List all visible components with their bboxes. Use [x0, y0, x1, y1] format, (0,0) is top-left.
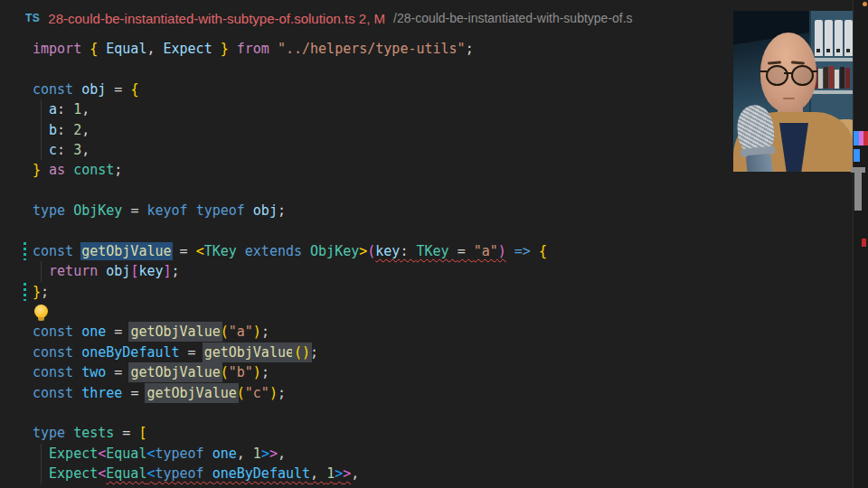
webcam-eyebrow	[768, 61, 781, 64]
code-token: (	[221, 364, 229, 380]
code-token: getObjValue	[204, 344, 294, 361]
tab-title[interactable]: 28-could-be-instantiated-with-subtype-of…	[48, 11, 385, 26]
code-token: 3	[73, 142, 81, 158]
code-line[interactable]: const getObjValue = <TKey extends ObjKey…	[0, 241, 853, 261]
code-token: 2	[73, 122, 81, 138]
webcam-binder	[844, 20, 853, 56]
modified-line-indicator	[24, 283, 26, 301]
code-token: >	[269, 446, 278, 462]
code-token: ;	[261, 364, 269, 380]
code-line[interactable]: return obj[key];	[0, 261, 853, 281]
code-token: obj	[106, 263, 130, 279]
code-line[interactable]: } as const;	[0, 160, 853, 180]
code-line[interactable]: Expect<Equal<typeof one, 1>>,	[0, 444, 853, 464]
scrollbar-track[interactable]	[853, 0, 868, 488]
code-token: )	[253, 364, 261, 380]
indent-guide	[41, 99, 42, 119]
code-line[interactable]	[0, 221, 853, 241]
code-token: =	[188, 344, 204, 361]
code-token: 1	[73, 101, 81, 117]
code-token: const	[33, 324, 81, 340]
code-line[interactable]: type tests = [	[0, 423, 853, 443]
code-line[interactable]: const obj = {	[0, 80, 853, 99]
code-token: one	[81, 324, 114, 340]
editor-code-area[interactable]: import { Equal, Expect } from "../helper…	[0, 39, 853, 488]
code-token: const	[73, 162, 114, 178]
quick-fix-lightbulb-icon[interactable]	[34, 305, 48, 318]
code-token: Equal	[106, 446, 146, 462]
code-token: >	[343, 465, 351, 482]
breadcrumb[interactable]: /28-could-be-instantiated-with-subtype-o…	[393, 11, 633, 25]
code-token: as	[49, 162, 73, 178]
code-line[interactable]: Expect<Equal<typeof oneByDefault, 1>>,	[0, 464, 853, 483]
code-token: "a"	[474, 243, 498, 259]
code-line[interactable]: const oneByDefault = getObjValue();	[0, 343, 853, 362]
code-token: :	[57, 101, 73, 117]
scrollbar-thumb[interactable]	[854, 167, 862, 211]
code-token: oneByDefault	[81, 344, 187, 361]
microphone-body	[746, 154, 774, 172]
code-line[interactable]: b: 2,	[0, 120, 853, 140]
code-token: Equal	[106, 465, 146, 482]
code-token: >	[335, 465, 343, 482]
webcam-eyebrow	[791, 61, 805, 64]
code-token: typeof	[155, 465, 212, 482]
code-token: 1	[253, 446, 261, 462]
code-token: (	[221, 324, 229, 340]
code-token: ,	[146, 41, 163, 57]
code-token: (	[237, 385, 245, 401]
code-token: ;	[310, 344, 318, 361]
code-line[interactable]: a: 1,	[0, 99, 853, 119]
webcam-binder	[815, 20, 823, 56]
webcam-shelf-board	[811, 90, 853, 94]
code-token: =	[458, 243, 474, 259]
indent-guide	[41, 464, 42, 483]
code-line[interactable]	[0, 181, 853, 201]
code-token: "b"	[229, 364, 253, 380]
code-line[interactable]: };	[0, 282, 853, 302]
webcam-glasses-temple	[760, 70, 767, 72]
code-token: ObjKey	[310, 243, 359, 259]
webcam-glasses-temple	[811, 70, 817, 72]
code-token: typeof	[196, 202, 253, 219]
code-token: const	[33, 81, 81, 98]
code-token: ,	[81, 122, 90, 138]
code-token: =	[114, 324, 130, 340]
indent-guide	[41, 140, 42, 160]
webcam-binder	[825, 20, 833, 56]
code-token: ;	[41, 284, 49, 300]
code-line[interactable]	[0, 302, 853, 322]
code-line[interactable]: const two = getObjValue("b");	[0, 362, 853, 382]
code-token: )	[498, 243, 506, 259]
code-token: const	[33, 364, 81, 380]
indent-guide	[41, 261, 42, 281]
code-token: <	[196, 243, 204, 259]
indent-guide	[41, 444, 42, 464]
code-token: getObjValue	[130, 324, 220, 340]
webcam-glasses-bridge	[784, 72, 792, 74]
code-token: ObjKey	[73, 202, 130, 219]
code-token: typeof	[155, 446, 212, 462]
code-token: "../helpers/type-utils"	[278, 41, 466, 57]
code-token: <	[98, 465, 106, 482]
code-token: ;	[466, 41, 474, 57]
code-token: =>	[514, 243, 539, 259]
code-token: getObjValue	[130, 364, 220, 380]
code-token: obj	[81, 81, 114, 98]
code-line[interactable]: const three = getObjValue("c");	[0, 383, 853, 403]
code-line[interactable]: c: 3,	[0, 140, 853, 160]
code-line[interactable]: const one = getObjValue("a");	[0, 322, 853, 342]
webcam-mouth	[783, 98, 795, 99]
webcam-overlay	[733, 11, 853, 172]
code-line[interactable]: import { Equal, Expect } from "../helper…	[0, 39, 853, 59]
code-token: ,	[278, 446, 286, 462]
code-token: <	[98, 446, 106, 462]
code-token: ;	[114, 162, 122, 178]
code-line[interactable]	[0, 403, 853, 423]
code-line[interactable]: type ObjKey = keyof typeof obj;	[0, 201, 853, 221]
code-token: c	[49, 142, 57, 158]
code-token: obj	[253, 202, 278, 219]
code-token: ,	[237, 446, 253, 462]
code-token: ;	[278, 385, 286, 401]
code-line[interactable]	[0, 59, 853, 79]
